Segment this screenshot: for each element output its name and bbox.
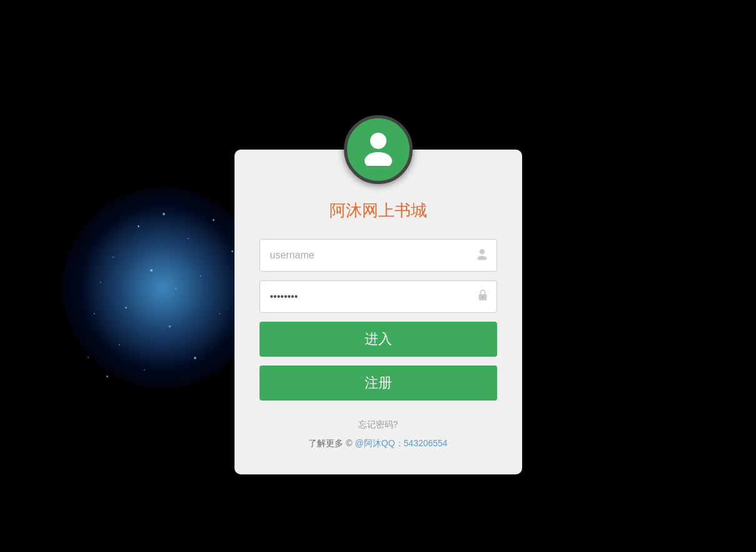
card-wrapper: 阿沐网上书城 进入 注册 [234, 115, 522, 474]
info-prefix: 了解更多 © [308, 438, 352, 449]
avatar [344, 115, 413, 184]
info-link[interactable]: @阿沐QQ：543206554 [355, 438, 448, 449]
login-card: 阿沐网上书城 进入 注册 [234, 150, 522, 474]
svg-point-0 [370, 133, 386, 149]
username-input[interactable] [260, 239, 497, 272]
site-title: 阿沐网上书城 [330, 200, 427, 222]
info-row: 了解更多 © @阿沐QQ：543206554 [308, 438, 447, 449]
forgot-password-link[interactable]: 忘记密码? [358, 419, 398, 431]
password-input[interactable] [260, 280, 497, 313]
links-section: 忘记密码? 了解更多 © @阿沐QQ：543206554 [308, 419, 447, 449]
register-button[interactable]: 注册 [260, 365, 497, 401]
person-icon [360, 128, 397, 171]
background-glow [63, 188, 263, 388]
particle-field [63, 188, 263, 388]
svg-point-1 [365, 152, 392, 166]
password-wrapper [260, 280, 497, 313]
login-button[interactable]: 进入 [260, 322, 497, 357]
username-wrapper [260, 239, 497, 272]
